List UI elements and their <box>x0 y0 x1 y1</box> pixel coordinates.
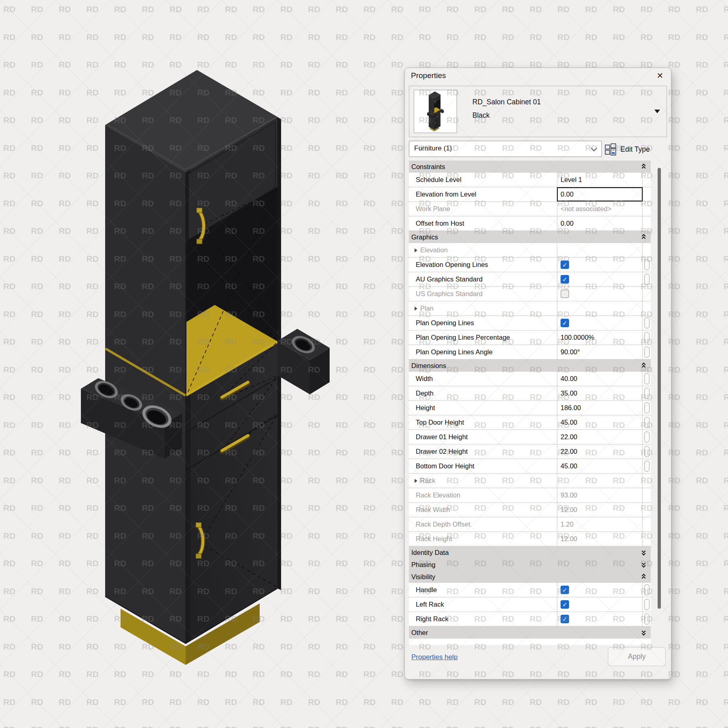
property-value-cell[interactable]: ✓ <box>557 316 643 330</box>
property-value: <not associated> <box>561 205 612 213</box>
expand-chevron-icon[interactable] <box>641 550 647 556</box>
property-value-cell[interactable]: 90.00° <box>557 345 643 359</box>
property-value-cell[interactable]: <not associated> <box>557 202 643 216</box>
associate-param-column <box>643 287 651 301</box>
section-header-other[interactable]: Other <box>409 626 651 639</box>
property-value: 0.00 <box>561 220 574 227</box>
associate-param-button[interactable] <box>644 614 650 624</box>
cabinet-3d-viewport[interactable] <box>0 0 404 728</box>
property-label-cell: Right Rack <box>409 612 557 626</box>
property-label-cell: Rack Elevation <box>409 488 557 502</box>
expand-chevron-icon[interactable] <box>641 562 647 568</box>
property-value-cell[interactable] <box>557 287 643 301</box>
associate-param-button[interactable] <box>644 599 650 610</box>
associate-param-button[interactable] <box>644 584 650 595</box>
filter-select[interactable]: Furniture (1) <box>409 141 602 157</box>
type-selector[interactable]: RD_Salon Cabinet 01 Black <box>409 86 667 137</box>
property-label: Rack Depth Offset <box>416 521 470 528</box>
section-label: Visibility <box>411 573 435 581</box>
property-value-cell[interactable]: Level 1 <box>557 173 643 187</box>
property-value-cell[interactable]: 1.20 <box>557 517 643 531</box>
section-header-visibility[interactable]: Visibility <box>409 571 651 583</box>
property-value: 93.00 <box>561 491 577 499</box>
property-row-us-graphics-standard: US Graphics Standard <box>409 287 651 301</box>
group-expand-arrow-icon[interactable] <box>415 248 417 252</box>
associate-param-button[interactable] <box>644 446 650 457</box>
property-value-cell[interactable]: ✓ <box>557 597 643 612</box>
checkbox-unchecked[interactable] <box>561 290 569 298</box>
property-value-cell[interactable]: 12.00 <box>557 503 643 517</box>
property-label: Work Plane <box>416 205 450 213</box>
associate-param-button[interactable] <box>644 259 650 270</box>
property-value-cell[interactable]: ✓ <box>557 612 643 626</box>
type-dropdown-icon[interactable] <box>654 110 660 113</box>
property-row-rack-depth-offset: Rack Depth Offset1.20 <box>409 517 651 532</box>
property-row-plan-opening-lines-angle: Plan Opening Lines Angle90.00° <box>409 345 651 360</box>
property-value-cell[interactable]: 186.00 <box>557 401 643 415</box>
property-value-cell[interactable]: 22.00 <box>557 444 643 459</box>
associate-param-button[interactable] <box>644 373 650 384</box>
associate-param-button[interactable] <box>644 317 650 328</box>
edit-type-button[interactable]: Edit Type <box>605 141 669 157</box>
associate-param-button[interactable] <box>644 417 650 428</box>
property-value-cell[interactable]: ✓ <box>557 272 643 286</box>
associate-param-button[interactable] <box>644 402 650 413</box>
associate-param-button[interactable] <box>644 332 650 343</box>
property-label-cell: Width <box>409 372 557 386</box>
collapse-chevron-icon[interactable] <box>641 363 647 369</box>
property-value-cell[interactable]: 35.00 <box>557 386 643 400</box>
property-value-cell[interactable]: 40.00 <box>557 372 643 386</box>
checkbox-checked[interactable]: ✓ <box>561 615 569 623</box>
property-row-elevation-from-level: Elevation from Level0.00 <box>409 187 651 202</box>
property-row-right-rack: Right Rack✓ <box>409 612 651 626</box>
group-expand-arrow-icon[interactable] <box>415 479 417 483</box>
property-value-cell[interactable]: 45.00 <box>557 415 643 430</box>
associate-param-button[interactable] <box>644 347 650 358</box>
property-value-cell[interactable]: ✓ <box>557 583 643 597</box>
property-value-cell[interactable]: 0.00 <box>557 216 643 231</box>
property-value-cell[interactable]: 0.00 <box>557 187 643 201</box>
checkbox-checked[interactable]: ✓ <box>561 260 569 269</box>
property-row-rack-width: Rack Width12.00 <box>409 503 651 517</box>
section-header-constraints[interactable]: Constraints <box>409 161 651 173</box>
property-row-drawer-02-height: Drawer 02 Height22.00 <box>409 444 651 459</box>
properties-help-link[interactable]: Properties help <box>411 653 457 661</box>
property-label-cell: AU Graphics Standard <box>409 272 557 286</box>
property-row-left-rack: Left Rack✓ <box>409 597 651 612</box>
section-header-phasing[interactable]: Phasing <box>409 559 651 571</box>
associate-param-button[interactable] <box>644 388 650 399</box>
checkbox-checked[interactable]: ✓ <box>561 275 569 284</box>
property-value-cell[interactable]: 12.00 <box>557 532 643 546</box>
scrollbar-thumb[interactable] <box>658 168 661 609</box>
property-value-cell[interactable]: 45.00 <box>557 459 643 473</box>
associate-param-button[interactable] <box>644 274 650 285</box>
checkbox-checked[interactable]: ✓ <box>561 319 569 327</box>
property-value-cell[interactable]: 93.00 <box>557 488 643 502</box>
property-value-cell[interactable]: ✓ <box>557 258 643 272</box>
collapse-chevron-icon[interactable] <box>641 574 647 580</box>
group-expand-arrow-icon[interactable] <box>415 307 417 311</box>
screenshot-canvas: Properties ✕ RD_Salon Cabinet 01 Black F… <box>0 0 728 728</box>
associate-param-column <box>643 216 651 231</box>
section-header-graphics[interactable]: Graphics <box>409 231 651 243</box>
checkbox-checked[interactable]: ✓ <box>561 586 569 594</box>
associate-param-button[interactable] <box>644 461 650 472</box>
expand-chevron-icon[interactable] <box>641 630 647 636</box>
property-label: Schedule Level <box>416 176 461 184</box>
property-value-cell[interactable]: 100.0000% <box>557 330 643 345</box>
edit-type-icon <box>605 143 617 156</box>
associate-param-button[interactable] <box>644 432 650 442</box>
panel-title: Properties <box>411 71 446 80</box>
collapse-chevron-icon[interactable] <box>641 234 647 240</box>
property-row-drawer-01-height: Drawer 01 Height22.00 <box>409 430 651 444</box>
section-header-dimensions[interactable]: Dimensions <box>409 360 651 372</box>
property-label: Elevation <box>420 246 448 254</box>
close-icon[interactable]: ✕ <box>655 70 665 81</box>
property-row-rack: Rack <box>409 474 651 488</box>
property-value-cell[interactable]: 22.00 <box>557 430 643 444</box>
section-header-identity-data[interactable]: Identity Data <box>409 546 651 559</box>
collapse-chevron-icon[interactable] <box>641 164 647 170</box>
apply-button[interactable]: Apply <box>608 647 666 666</box>
checkbox-checked[interactable]: ✓ <box>561 600 569 609</box>
property-value: 35.00 <box>561 389 577 397</box>
